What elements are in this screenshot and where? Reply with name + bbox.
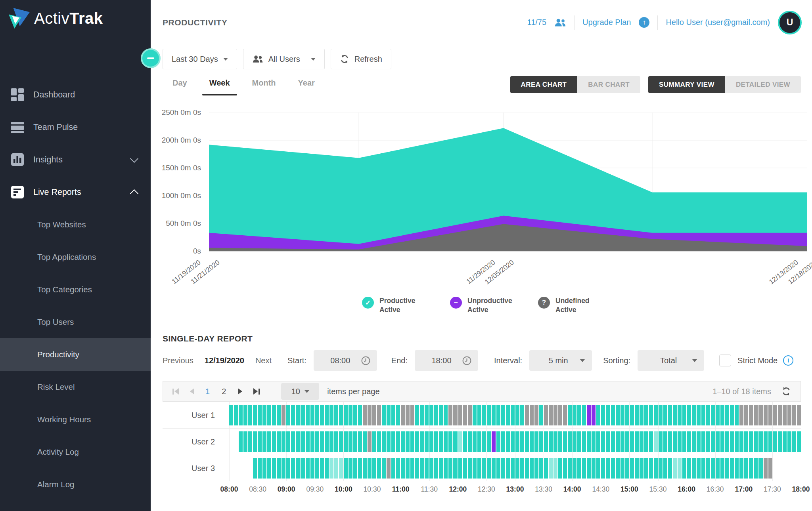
tab-week[interactable]: Week	[209, 78, 230, 91]
activity-slot-productive-active[interactable]	[787, 431, 791, 452]
activity-slot-productive-active[interactable]	[558, 458, 562, 479]
sidebar-item-insights[interactable]: Insights	[0, 143, 151, 176]
activity-slot-productive-active[interactable]	[363, 458, 367, 479]
activity-slot-productive-active[interactable]	[496, 458, 500, 479]
activity-slot-no-activity[interactable]	[783, 458, 787, 479]
activity-slot-productive-active[interactable]	[239, 431, 243, 452]
activity-slot-productive-low-activity[interactable]	[334, 458, 338, 479]
activity-slot-productive-active[interactable]	[277, 458, 281, 479]
activity-slot-productive-active[interactable]	[296, 405, 300, 425]
activity-slot-productive-active[interactable]	[286, 458, 290, 479]
activity-slot-productive-active[interactable]	[611, 458, 615, 479]
activity-slot-productive-low-activity[interactable]	[654, 431, 658, 452]
activity-slot-productive-active[interactable]	[539, 458, 543, 479]
activity-slot-productive-active[interactable]	[482, 405, 486, 425]
activity-slot-undefined-active[interactable]	[544, 405, 548, 425]
activity-slot-productive-active[interactable]	[253, 458, 257, 479]
activity-slot-productive-active[interactable]	[625, 458, 629, 479]
activity-slot-productive-active[interactable]	[239, 405, 243, 425]
detailed-view-toggle[interactable]: DETAILED VIEW	[725, 76, 801, 93]
activity-slot-productive-active[interactable]	[730, 405, 734, 425]
activity-slot-undefined-active[interactable]	[563, 405, 567, 425]
activity-slot-productive-active[interactable]	[258, 405, 262, 425]
activity-slot-productive-active[interactable]	[663, 431, 667, 452]
activity-slot-undefined-active[interactable]	[387, 458, 391, 479]
sidebar-item-top-applications[interactable]: Top Applications	[0, 241, 151, 273]
activity-slot-productive-active[interactable]	[520, 458, 524, 479]
activity-slot-productive-active[interactable]	[659, 458, 663, 479]
activity-slot-undefined-active[interactable]	[534, 405, 538, 425]
activity-slot-productive-active[interactable]	[620, 431, 624, 452]
activity-slot-undefined-active[interactable]	[530, 405, 534, 425]
activity-slot-productive-active[interactable]	[553, 431, 557, 452]
activity-slot-productive-active[interactable]	[725, 405, 729, 425]
activity-slot-productive-active[interactable]	[749, 458, 753, 479]
activity-slot-productive-active[interactable]	[487, 458, 491, 479]
activity-slot-productive-active[interactable]	[635, 458, 639, 479]
info-icon[interactable]: i	[783, 355, 793, 366]
activity-slot-undefined-active[interactable]	[778, 405, 782, 425]
activity-slot-productive-active[interactable]	[463, 458, 467, 479]
activity-slot-undefined-active[interactable]	[448, 405, 452, 425]
activity-slot-productive-active[interactable]	[754, 458, 758, 479]
user-filter-dropdown[interactable]: All Users	[243, 49, 325, 69]
activity-slot-undefined-active[interactable]	[368, 405, 372, 425]
activity-slot-productive-active[interactable]	[353, 431, 357, 452]
activity-slot-undefined-active[interactable]	[768, 405, 772, 425]
activity-slot-productive-active[interactable]	[492, 458, 496, 479]
activity-slot-undefined-active[interactable]	[787, 405, 791, 425]
activity-slot-productive-active[interactable]	[735, 431, 739, 452]
activity-slot-undefined-active[interactable]	[792, 405, 796, 425]
activity-slot-productive-active[interactable]	[439, 405, 443, 425]
activity-slot-productive-active[interactable]	[282, 431, 285, 452]
activity-slot-productive-active[interactable]	[682, 431, 686, 452]
activity-slot-productive-active[interactable]	[506, 458, 510, 479]
activity-slot-productive-active[interactable]	[325, 431, 329, 452]
activity-slot-no-activity[interactable]	[239, 458, 243, 479]
sidebar-item-working-hours[interactable]: Working Hours	[0, 403, 151, 436]
activity-slot-undefined-active[interactable]	[764, 458, 768, 479]
activity-slot-productive-active[interactable]	[492, 405, 496, 425]
activity-slot-productive-active[interactable]	[496, 431, 500, 452]
activity-slot-productive-active[interactable]	[725, 431, 729, 452]
activity-slot-productive-active[interactable]	[630, 431, 634, 452]
activity-slot-productive-active[interactable]	[539, 431, 543, 452]
activity-slot-productive-active[interactable]	[649, 405, 653, 425]
first-page-button[interactable]	[172, 388, 179, 395]
activity-slot-productive-active[interactable]	[663, 458, 667, 479]
activity-slot-productive-active[interactable]	[434, 458, 438, 479]
activity-slot-productive-active[interactable]	[329, 405, 333, 425]
activity-slot-productive-active[interactable]	[253, 405, 257, 425]
activity-slot-productive-active[interactable]	[253, 431, 257, 452]
activity-slot-productive-active[interactable]	[530, 431, 534, 452]
activity-slot-productive-active[interactable]	[301, 431, 304, 452]
activity-slot-productive-active[interactable]	[692, 405, 696, 425]
activity-slot-productive-active[interactable]	[267, 405, 271, 425]
activity-slot-productive-active[interactable]	[425, 405, 429, 425]
activity-slot-no-activity[interactable]	[778, 458, 782, 479]
previous-page-button[interactable]	[190, 388, 194, 395]
activity-slot-no-activity[interactable]	[229, 458, 233, 479]
activity-slot-undefined-active[interactable]	[401, 405, 405, 425]
refresh-icon[interactable]	[781, 387, 791, 396]
activity-slot-productive-low-activity[interactable]	[329, 458, 333, 479]
activity-slot-productive-active[interactable]	[549, 431, 553, 452]
refresh-button[interactable]: Refresh	[331, 49, 391, 69]
activity-slot-productive-active[interactable]	[344, 405, 348, 425]
date-range-dropdown[interactable]: Last 30 Days	[163, 49, 237, 69]
activity-slot-productive-active[interactable]	[711, 431, 715, 452]
activity-slot-productive-active[interactable]	[744, 431, 748, 452]
activity-slot-productive-active[interactable]	[601, 431, 605, 452]
user-greeting-link[interactable]: Hello User (user@gmail.com)	[666, 18, 770, 27]
activity-slot-productive-active[interactable]	[368, 458, 372, 479]
activity-slot-productive-active[interactable]	[573, 405, 576, 425]
activity-slot-undefined-active[interactable]	[453, 405, 457, 425]
interval-dropdown[interactable]: 5 min	[529, 350, 592, 371]
activity-slot-no-activity[interactable]	[234, 458, 238, 479]
activity-slot-productive-active[interactable]	[501, 458, 505, 479]
activity-slot-undefined-active[interactable]	[525, 405, 529, 425]
activity-slot-productive-low-activity[interactable]	[339, 458, 343, 479]
activity-slot-productive-active[interactable]	[349, 431, 352, 452]
activity-slot-productive-active[interactable]	[262, 458, 266, 479]
activity-slot-productive-active[interactable]	[248, 405, 252, 425]
